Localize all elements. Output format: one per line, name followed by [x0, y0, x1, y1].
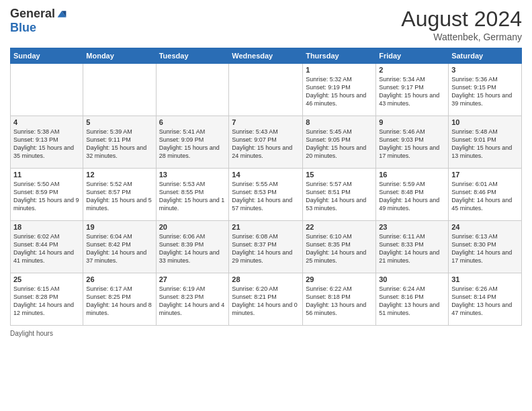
day-info: Sunrise: 6:24 AM Sunset: 8:16 PM Dayligh…	[379, 285, 445, 318]
calendar-cell: 6Sunrise: 5:41 AM Sunset: 9:09 PM Daylig…	[156, 116, 229, 169]
header: General Blue August 2024 Wattenbek, Germ…	[10, 7, 522, 42]
calendar-cell: 10Sunrise: 5:48 AM Sunset: 9:01 PM Dayli…	[449, 116, 522, 169]
calendar-cell	[83, 64, 156, 116]
day-number: 8	[306, 118, 373, 126]
logo-blue: Blue	[10, 21, 36, 34]
calendar-cell: 13Sunrise: 5:53 AM Sunset: 8:55 PM Dayli…	[156, 169, 229, 221]
calendar-cell	[11, 64, 83, 116]
day-info: Sunrise: 5:52 AM Sunset: 8:57 PM Dayligh…	[86, 180, 152, 213]
day-info: Sunrise: 5:45 AM Sunset: 9:05 PM Dayligh…	[306, 128, 373, 161]
logo-blue-text: Blue	[10, 21, 36, 35]
header-monday: Monday	[83, 48, 156, 64]
day-number: 13	[159, 171, 226, 179]
month-year: August 2024	[401, 7, 522, 32]
day-info: Sunrise: 6:20 AM Sunset: 8:21 PM Dayligh…	[232, 285, 300, 318]
day-number: 9	[379, 118, 445, 126]
day-number: 21	[232, 223, 300, 231]
day-info: Sunrise: 5:57 AM Sunset: 8:51 PM Dayligh…	[306, 180, 373, 213]
day-info: Sunrise: 5:41 AM Sunset: 9:09 PM Dayligh…	[159, 128, 226, 161]
day-number: 4	[13, 118, 80, 126]
day-number: 18	[13, 223, 80, 231]
day-info: Sunrise: 6:04 AM Sunset: 8:42 PM Dayligh…	[86, 232, 152, 265]
calendar-cell: 22Sunrise: 6:10 AM Sunset: 8:35 PM Dayli…	[303, 221, 376, 273]
header-saturday: Saturday	[449, 48, 522, 64]
day-info: Sunrise: 6:13 AM Sunset: 8:30 PM Dayligh…	[451, 232, 519, 265]
day-number: 5	[86, 118, 152, 126]
calendar-week-2: 4Sunrise: 5:38 AM Sunset: 9:13 PM Daylig…	[11, 116, 522, 169]
day-info: Sunrise: 6:06 AM Sunset: 8:39 PM Dayligh…	[159, 232, 226, 265]
logo-icon	[56, 9, 67, 19]
footer: Daylight hours	[10, 330, 522, 337]
day-number: 17	[451, 171, 519, 179]
calendar-cell: 11Sunrise: 5:50 AM Sunset: 8:59 PM Dayli…	[11, 169, 83, 221]
day-number: 28	[232, 275, 300, 283]
calendar-cell: 5Sunrise: 5:39 AM Sunset: 9:11 PM Daylig…	[83, 116, 156, 169]
calendar-cell: 30Sunrise: 6:24 AM Sunset: 8:16 PM Dayli…	[376, 273, 449, 326]
day-info: Sunrise: 6:22 AM Sunset: 8:18 PM Dayligh…	[306, 285, 373, 318]
day-number: 12	[86, 171, 152, 179]
day-info: Sunrise: 6:01 AM Sunset: 8:46 PM Dayligh…	[451, 180, 519, 213]
day-number: 30	[379, 275, 445, 283]
calendar-cell: 19Sunrise: 6:04 AM Sunset: 8:42 PM Dayli…	[83, 221, 156, 273]
day-number: 23	[379, 223, 445, 231]
day-info: Sunrise: 6:02 AM Sunset: 8:44 PM Dayligh…	[13, 232, 80, 265]
day-number: 16	[379, 171, 445, 179]
day-number: 6	[159, 118, 226, 126]
calendar-cell: 3Sunrise: 5:36 AM Sunset: 9:15 PM Daylig…	[449, 64, 522, 116]
calendar-cell: 27Sunrise: 6:19 AM Sunset: 8:23 PM Dayli…	[156, 273, 229, 326]
day-info: Sunrise: 5:48 AM Sunset: 9:01 PM Dayligh…	[451, 128, 519, 161]
day-info: Sunrise: 6:11 AM Sunset: 8:33 PM Dayligh…	[379, 232, 445, 265]
calendar-cell: 29Sunrise: 6:22 AM Sunset: 8:18 PM Dayli…	[303, 273, 376, 326]
day-info: Sunrise: 5:32 AM Sunset: 9:19 PM Dayligh…	[306, 75, 373, 108]
day-info: Sunrise: 5:43 AM Sunset: 9:07 PM Dayligh…	[232, 128, 300, 161]
day-number: 29	[306, 275, 373, 283]
day-number: 22	[306, 223, 373, 231]
header-wednesday: Wednesday	[229, 48, 303, 64]
calendar-cell: 20Sunrise: 6:06 AM Sunset: 8:39 PM Dayli…	[156, 221, 229, 273]
calendar-cell: 8Sunrise: 5:45 AM Sunset: 9:05 PM Daylig…	[303, 116, 376, 169]
calendar-cell	[156, 64, 229, 116]
header-thursday: Thursday	[303, 48, 376, 64]
day-info: Sunrise: 5:50 AM Sunset: 8:59 PM Dayligh…	[13, 180, 80, 213]
calendar-cell: 21Sunrise: 6:08 AM Sunset: 8:37 PM Dayli…	[229, 221, 303, 273]
day-info: Sunrise: 5:36 AM Sunset: 9:15 PM Dayligh…	[451, 75, 519, 108]
calendar-cell	[229, 64, 303, 116]
calendar-cell: 23Sunrise: 6:11 AM Sunset: 8:33 PM Dayli…	[376, 221, 449, 273]
calendar-cell: 28Sunrise: 6:20 AM Sunset: 8:21 PM Dayli…	[229, 273, 303, 326]
calendar-cell: 14Sunrise: 5:55 AM Sunset: 8:53 PM Dayli…	[229, 169, 303, 221]
calendar-cell: 26Sunrise: 6:17 AM Sunset: 8:25 PM Dayli…	[83, 273, 156, 326]
calendar-cell: 17Sunrise: 6:01 AM Sunset: 8:46 PM Dayli…	[449, 169, 522, 221]
header-sunday: Sunday	[11, 48, 83, 64]
day-number: 27	[159, 275, 226, 283]
day-info: Sunrise: 5:38 AM Sunset: 9:13 PM Dayligh…	[13, 128, 80, 161]
logo-text: General	[10, 7, 67, 21]
calendar-cell: 9Sunrise: 5:46 AM Sunset: 9:03 PM Daylig…	[376, 116, 449, 169]
day-number: 20	[159, 223, 226, 231]
location: Wattenbek, Germany	[401, 32, 522, 42]
day-number: 19	[86, 223, 152, 231]
calendar-cell: 1Sunrise: 5:32 AM Sunset: 9:19 PM Daylig…	[303, 64, 376, 116]
calendar-cell: 7Sunrise: 5:43 AM Sunset: 9:07 PM Daylig…	[229, 116, 303, 169]
calendar-cell: 4Sunrise: 5:38 AM Sunset: 9:13 PM Daylig…	[11, 116, 83, 169]
day-number: 25	[13, 275, 80, 283]
day-number: 3	[451, 66, 519, 74]
page: General Blue August 2024 Wattenbek, Germ…	[0, 0, 532, 411]
day-number: 10	[451, 118, 519, 126]
day-info: Sunrise: 5:55 AM Sunset: 8:53 PM Dayligh…	[232, 180, 300, 213]
day-info: Sunrise: 6:17 AM Sunset: 8:25 PM Dayligh…	[86, 285, 152, 318]
day-info: Sunrise: 5:34 AM Sunset: 9:17 PM Dayligh…	[379, 75, 445, 108]
calendar-cell: 18Sunrise: 6:02 AM Sunset: 8:44 PM Dayli…	[11, 221, 83, 273]
calendar-cell: 16Sunrise: 5:59 AM Sunset: 8:48 PM Dayli…	[376, 169, 449, 221]
day-number: 14	[232, 171, 300, 179]
calendar-cell: 15Sunrise: 5:57 AM Sunset: 8:51 PM Dayli…	[303, 169, 376, 221]
day-info: Sunrise: 6:26 AM Sunset: 8:14 PM Dayligh…	[451, 285, 519, 318]
day-number: 15	[306, 171, 373, 179]
calendar: Sunday Monday Tuesday Wednesday Thursday…	[10, 48, 522, 326]
calendar-cell: 25Sunrise: 6:15 AM Sunset: 8:28 PM Dayli…	[11, 273, 83, 326]
day-number: 31	[451, 275, 519, 283]
day-number: 2	[379, 66, 445, 74]
day-info: Sunrise: 6:08 AM Sunset: 8:37 PM Dayligh…	[232, 232, 300, 265]
logo: General Blue	[10, 7, 67, 35]
calendar-week-3: 11Sunrise: 5:50 AM Sunset: 8:59 PM Dayli…	[11, 169, 522, 221]
day-number: 24	[451, 223, 519, 231]
